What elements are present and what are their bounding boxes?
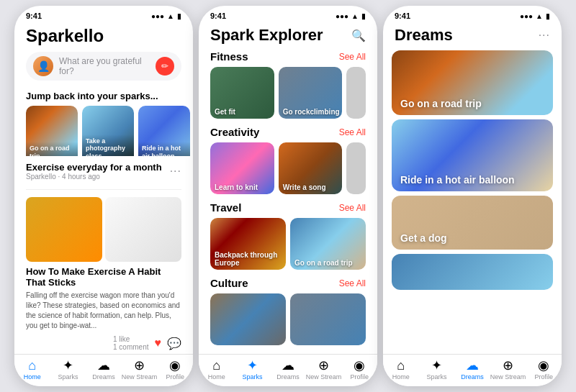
- travel-see-all[interactable]: See All: [339, 203, 366, 213]
- creativity-header: Creativity See All: [210, 126, 366, 138]
- tab-profile-3[interactable]: ◉ Profile: [526, 359, 562, 380]
- dreams-icon-1: ☁: [97, 359, 110, 372]
- dream-card-dog[interactable]: Get a dog: [392, 196, 553, 250]
- gratitude-box[interactable]: 👤 What are you grateful for? ✏: [26, 52, 181, 81]
- tab-profile-2[interactable]: ◉ Profile: [341, 359, 377, 380]
- culture-card-1[interactable]: [210, 293, 286, 345]
- tab-dreams-1[interactable]: ☁ Dreams: [86, 359, 122, 380]
- sparks-label-1: Sparks: [58, 373, 78, 380]
- phone3-content: Dreams ··· Go on a road trip Ride in a h…: [383, 23, 562, 354]
- spark-card-road[interactable]: Go on a road trip: [26, 106, 78, 156]
- search-icon[interactable]: 🔍: [351, 29, 366, 42]
- road-label: Go on a road trip: [294, 259, 353, 267]
- tab-home-1[interactable]: ⌂ Home: [14, 359, 50, 380]
- travel-card-road[interactable]: Go on a road trip: [290, 218, 366, 270]
- sparks-label-3: Sparks: [426, 373, 446, 380]
- spark-label-photo: Take a photography class: [82, 135, 134, 156]
- signal-icon-2: ●●●: [336, 12, 348, 20]
- phone-3: 9:41 ●●● ▲ ▮ Dreams ··· Go on a road tri…: [383, 6, 562, 386]
- app-title-2: Spark Explorer: [210, 26, 323, 45]
- dream-card-extra[interactable]: [392, 254, 553, 290]
- creativity-card-song[interactable]: Write a song: [279, 142, 343, 194]
- status-bar-2: 9:41 ●●● ▲ ▮: [199, 6, 377, 23]
- heart-icon[interactable]: ♥: [155, 337, 162, 350]
- creativity-card-knit[interactable]: Learn to knit: [210, 142, 274, 194]
- creativity-see-all[interactable]: See All: [339, 127, 366, 137]
- battery-icon-3: ▮: [546, 12, 550, 20]
- activity-left: Exercise everyday for a month Sparkello …: [26, 162, 162, 181]
- explore-section-travel: Travel See All Backpack through Europe G…: [210, 201, 366, 270]
- exercise-photo-2: [105, 197, 181, 262]
- battery-icon-2: ▮: [361, 12, 366, 20]
- creativity-card-extra: [346, 142, 366, 194]
- home-icon-1: ⌂: [28, 359, 36, 372]
- tab-sparks-3[interactable]: ✦ Sparks: [419, 359, 455, 380]
- wifi-icon-3: ▲: [536, 12, 543, 20]
- tab-newstream-1[interactable]: ⊕ New Stream: [122, 359, 158, 380]
- status-icons-1: ●●● ▲ ▮: [151, 12, 181, 20]
- explore-section-creativity: Creativity See All Learn to knit Write a…: [210, 126, 366, 194]
- tab-sparks-2[interactable]: ✦ Sparks: [235, 359, 271, 380]
- phone-2: 9:41 ●●● ▲ ▮ Spark Explorer 🔍 Fitness Se…: [199, 6, 377, 386]
- profile-label-3: Profile: [534, 373, 553, 380]
- culture-card-2[interactable]: [290, 293, 366, 345]
- newstream-icon-1: ⊕: [134, 359, 145, 372]
- battery-icon: ▮: [177, 12, 181, 20]
- like-count: 1 like: [113, 335, 148, 343]
- explore-section-fitness: Fitness See All Get fit Go rockclimbing: [210, 50, 366, 119]
- dream-label-balloon: Ride in a hot air balloon: [400, 174, 515, 186]
- culture-title: Culture: [210, 277, 248, 289]
- tab-sparks-1[interactable]: ✦ Sparks: [50, 359, 86, 380]
- explore-section-culture: Culture See All: [210, 277, 366, 345]
- tab-bar-3: ⌂ Home ✦ Sparks ☁ Dreams ⊕ New Stream ◉ …: [383, 354, 562, 386]
- travel-card-europe[interactable]: Backpack through Europe: [210, 218, 286, 270]
- dreams-label-3: Dreams: [461, 373, 484, 380]
- spark-label-road: Go on a road trip: [26, 142, 78, 156]
- sparks-icon-3: ✦: [431, 359, 442, 372]
- sparks-icon-2: ✦: [247, 359, 258, 372]
- tab-dreams-3[interactable]: ☁ Dreams: [454, 359, 490, 380]
- dream-card-balloon[interactable]: Ride in a hot air balloon: [392, 119, 553, 191]
- dreams-content: Go on a road trip Ride in a hot air ball…: [383, 50, 562, 354]
- tab-home-3[interactable]: ⌂ Home: [383, 359, 419, 380]
- dreams-menu-icon[interactable]: ···: [539, 29, 550, 42]
- tab-dreams-2[interactable]: ☁ Dreams: [270, 359, 306, 380]
- activity-photos: [26, 197, 181, 262]
- newstream-label-2: New Stream: [306, 373, 342, 380]
- culture-see-all[interactable]: See All: [339, 278, 366, 288]
- phone2-header: Spark Explorer 🔍: [199, 23, 377, 50]
- fitness-card-extra: [346, 67, 366, 119]
- tab-newstream-3[interactable]: ⊕ New Stream: [490, 359, 526, 380]
- phone2-content: Spark Explorer 🔍 Fitness See All Get fit: [199, 23, 377, 354]
- sparks-section-title: Jump back into your sparks...: [14, 85, 193, 106]
- tab-profile-1[interactable]: ◉ Profile: [157, 359, 193, 380]
- status-bar-3: 9:41 ●●● ▲ ▮: [383, 6, 562, 23]
- signal-icon: ●●●: [151, 12, 164, 20]
- getfit-label: Get fit: [215, 108, 235, 116]
- fitness-card-getfit[interactable]: Get fit: [210, 67, 274, 119]
- article-stats: 1 like 1 comment: [113, 335, 148, 351]
- spark-card-balloon[interactable]: Ride in a hot air balloon: [138, 106, 190, 156]
- dreams-label-2: Dreams: [276, 373, 300, 380]
- comment-icon[interactable]: 💬: [167, 337, 181, 350]
- tab-newstream-2[interactable]: ⊕ New Stream: [306, 359, 342, 380]
- spark-card-photo[interactable]: Take a photography class: [82, 106, 134, 156]
- song-label: Write a song: [283, 183, 326, 191]
- fitness-header: Fitness See All: [210, 50, 366, 63]
- article-card[interactable]: How To Make Exercise A Habit That Sticks…: [26, 266, 181, 354]
- app-title-3: Dreams: [395, 26, 453, 45]
- fitness-see-all[interactable]: See All: [339, 52, 366, 62]
- home-label-1: Home: [24, 373, 41, 380]
- fitness-cards: Get fit Go rockclimbing: [210, 67, 366, 119]
- app-title-1: Sparkello: [26, 26, 181, 46]
- activity-menu-icon[interactable]: ···: [170, 165, 181, 178]
- fitness-card-rockclimbing[interactable]: Go rockclimbing: [279, 67, 343, 119]
- dream-label-dog: Get a dog: [400, 232, 447, 244]
- dream-card-road[interactable]: Go on a road trip: [392, 50, 553, 115]
- tab-home-2[interactable]: ⌂ Home: [199, 359, 235, 380]
- wifi-icon-2: ▲: [351, 12, 359, 20]
- culture-cards: [210, 293, 366, 345]
- edit-button[interactable]: ✏: [156, 57, 174, 76]
- home-icon-2: ⌂: [212, 359, 220, 372]
- dream-label-road: Go on a road trip: [400, 98, 482, 109]
